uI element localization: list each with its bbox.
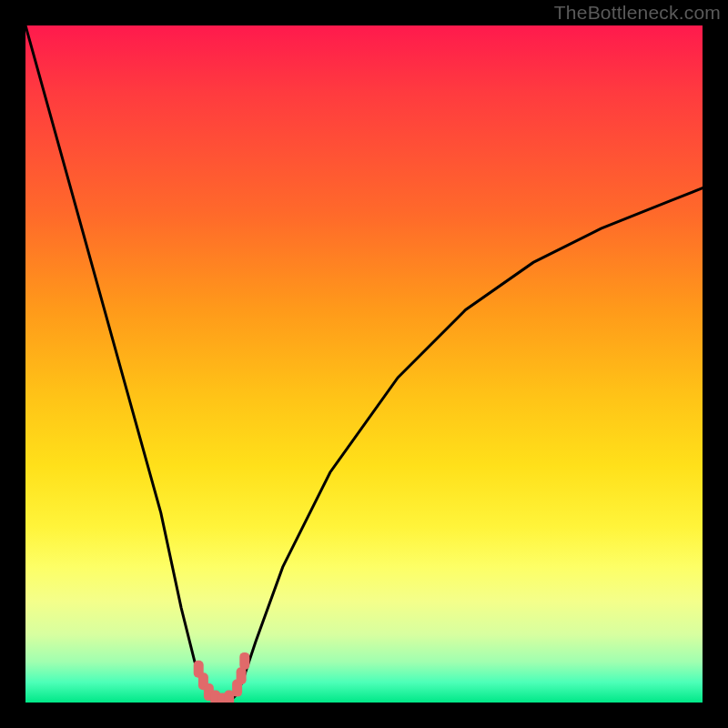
marker-dot	[237, 667, 247, 684]
watermark-text: TheBottleneck.com	[554, 2, 721, 24]
chart-svg	[25, 25, 703, 703]
near-optimal-markers	[194, 652, 250, 703]
chart-frame: TheBottleneck.com	[0, 0, 728, 728]
plot-area	[25, 25, 703, 703]
bottleneck-curve	[25, 25, 703, 703]
marker-dot	[239, 652, 249, 670]
